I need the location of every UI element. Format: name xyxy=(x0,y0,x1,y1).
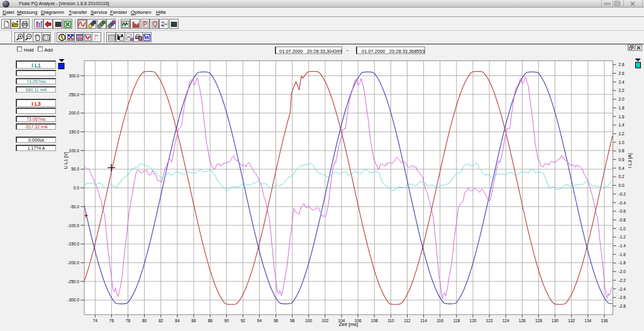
svg-text:-0.2: -0.2 xyxy=(619,192,626,196)
svg-text:2.4: 2.4 xyxy=(619,80,625,84)
svg-text:250.0: 250.0 xyxy=(69,93,79,97)
svg-text:120: 120 xyxy=(469,318,476,323)
svg-text:I L3 [A]: I L3 [A] xyxy=(627,153,633,168)
svg-text:136: 136 xyxy=(601,318,608,323)
svg-text:0.4: 0.4 xyxy=(619,166,625,171)
svg-text:1.8: 1.8 xyxy=(619,106,625,110)
svg-text:2.2: 2.2 xyxy=(619,88,625,93)
svg-text:200.0: 200.0 xyxy=(69,111,79,115)
svg-text:-1.0: -1.0 xyxy=(619,227,626,231)
svg-text:78: 78 xyxy=(126,318,131,323)
svg-text:126: 126 xyxy=(519,318,526,323)
svg-text:-0.6: -0.6 xyxy=(619,209,626,213)
svg-text:130: 130 xyxy=(552,318,558,323)
svg-text:134: 134 xyxy=(584,318,591,323)
svg-text:-2.0: -2.0 xyxy=(619,269,626,274)
svg-text:-300.0: -300.0 xyxy=(67,298,79,302)
svg-text:-1.4: -1.4 xyxy=(619,244,626,248)
svg-text:-2.8: -2.8 xyxy=(619,304,626,308)
svg-text:-2.2: -2.2 xyxy=(619,278,626,283)
svg-text:88: 88 xyxy=(208,318,213,323)
svg-text:-0.4: -0.4 xyxy=(619,201,626,205)
svg-text:-250.0: -250.0 xyxy=(67,279,79,284)
svg-text:-2.4: -2.4 xyxy=(619,287,626,291)
svg-text:0.8: 0.8 xyxy=(619,149,625,153)
svg-text:122: 122 xyxy=(486,318,493,323)
svg-text:108: 108 xyxy=(371,318,378,323)
svg-text:0.6: 0.6 xyxy=(619,157,625,162)
svg-text:U L1 [V]: U L1 [V] xyxy=(63,152,69,169)
svg-text:-0.8: -0.8 xyxy=(619,218,626,222)
svg-text:1.0: 1.0 xyxy=(619,140,625,145)
svg-text:300.0: 300.0 xyxy=(69,74,79,78)
svg-text:0.2: 0.2 xyxy=(619,174,625,179)
svg-text:80: 80 xyxy=(142,318,147,323)
svg-text:50.0: 50.0 xyxy=(71,167,79,171)
svg-text:-100.0: -100.0 xyxy=(67,223,79,228)
svg-text:92: 92 xyxy=(241,318,246,323)
svg-text:132: 132 xyxy=(568,318,575,323)
svg-text:1.2: 1.2 xyxy=(619,132,625,136)
svg-text:2.0: 2.0 xyxy=(619,97,625,101)
svg-text:74: 74 xyxy=(93,318,98,323)
svg-text:114: 114 xyxy=(420,318,427,323)
svg-text:128: 128 xyxy=(535,318,542,323)
svg-text:82: 82 xyxy=(158,318,164,323)
svg-text:118: 118 xyxy=(453,318,460,323)
svg-text:1.6: 1.6 xyxy=(619,115,625,119)
svg-text:86: 86 xyxy=(191,318,196,323)
svg-text:90: 90 xyxy=(225,318,230,323)
svg-text:0.0: 0.0 xyxy=(619,183,625,188)
svg-text:-2.6: -2.6 xyxy=(619,295,626,300)
svg-text:98: 98 xyxy=(290,318,295,323)
svg-text:1.4: 1.4 xyxy=(619,123,625,127)
svg-text:2.8: 2.8 xyxy=(619,62,625,67)
svg-text:76: 76 xyxy=(109,318,114,323)
svg-text:84: 84 xyxy=(175,318,180,323)
svg-text:112: 112 xyxy=(404,318,411,323)
svg-text:124: 124 xyxy=(502,318,509,323)
svg-text:0.0: 0.0 xyxy=(74,186,79,190)
svg-text:-1.6: -1.6 xyxy=(619,252,626,257)
svg-text:-1.8: -1.8 xyxy=(619,261,626,265)
svg-text:-1.2: -1.2 xyxy=(619,235,626,239)
svg-text:96: 96 xyxy=(274,318,279,323)
svg-text:100.0: 100.0 xyxy=(69,149,79,153)
svg-text:-50.0: -50.0 xyxy=(70,205,79,209)
svg-text:110: 110 xyxy=(387,318,394,323)
svg-text:116: 116 xyxy=(436,318,443,323)
svg-text:-200.0: -200.0 xyxy=(67,261,79,265)
svg-text:102: 102 xyxy=(321,318,328,323)
svg-text:150.0: 150.0 xyxy=(69,130,79,134)
svg-text:-150.0: -150.0 xyxy=(67,242,79,246)
svg-text:Zeit [ms]: Zeit [ms] xyxy=(339,322,358,327)
svg-text:94: 94 xyxy=(257,318,262,323)
svg-text:2.6: 2.6 xyxy=(619,71,625,76)
svg-text:100: 100 xyxy=(305,318,312,323)
